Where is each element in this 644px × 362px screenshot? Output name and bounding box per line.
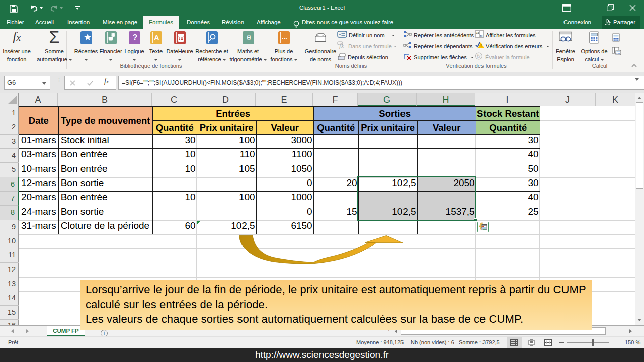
svg-text:!: ! xyxy=(480,43,482,48)
svg-text:fx: fx xyxy=(477,53,481,59)
svg-text:15: 15 xyxy=(476,31,480,34)
svg-text:fx: fx xyxy=(480,34,483,37)
svg-text:fx: fx xyxy=(339,42,344,49)
